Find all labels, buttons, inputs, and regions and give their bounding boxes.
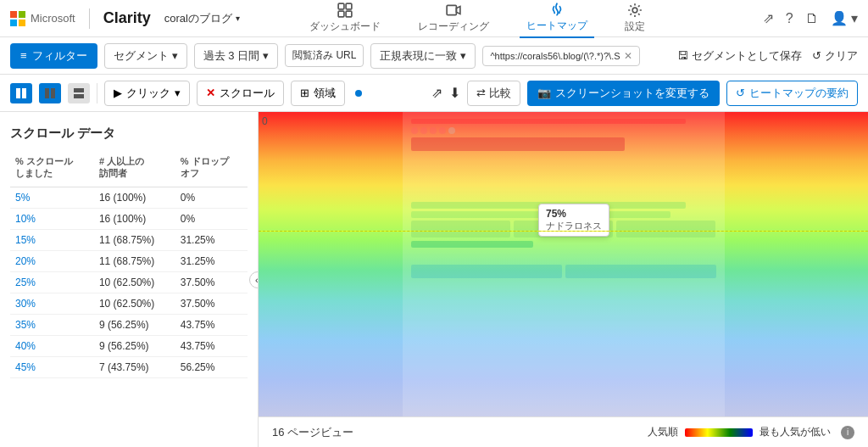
scroll-percent[interactable]: 5%	[10, 187, 94, 208]
compare-icon: ⇄	[476, 87, 486, 99]
scroll-label: スクロール	[220, 86, 275, 101]
legend-gradient	[685, 428, 753, 437]
preview-highlight-rect	[411, 137, 625, 151]
legend-info-icon[interactable]: i	[841, 426, 854, 439]
dashboard-icon	[337, 3, 353, 18]
save-segment-label: セグメントとして保存	[692, 48, 802, 64]
period-button[interactable]: 過去 3 日間 ▾	[194, 43, 278, 69]
segment-button[interactable]: セグメント ▾	[104, 43, 187, 69]
scroll-percent[interactable]: 25%	[10, 271, 94, 293]
info-dot-button[interactable]	[355, 90, 362, 97]
scroll-percent[interactable]: 10%	[10, 208, 94, 229]
heatmap-canvas: 0	[259, 112, 868, 416]
nav-label-recording: レコーディング	[418, 20, 489, 34]
scroll-percent[interactable]: 40%	[10, 335, 94, 356]
click-label: クリック	[126, 86, 170, 101]
table-row: 5% 16 (100%) 0%	[10, 187, 248, 208]
svg-point-5	[632, 8, 637, 13]
visitor-count: 11 (68.75%)	[94, 250, 175, 271]
heatmap-summary-label: ヒートマップの要約	[749, 86, 849, 101]
preview-bottom-cell	[565, 265, 716, 278]
nav-item-recording[interactable]: レコーディング	[411, 0, 496, 37]
view-btn-2[interactable]	[39, 83, 61, 103]
blog-selector[interactable]: coralのブログ ▾	[164, 11, 240, 26]
url-value-text: ^https://corals56\.blog/(\?.*)?\.S	[490, 51, 620, 61]
match-chevron-icon: ▾	[460, 49, 466, 62]
scroll-button[interactable]: ✕ スクロール	[197, 81, 284, 106]
camera-icon: 📷	[537, 87, 551, 99]
scroll-percent[interactable]: 35%	[10, 314, 94, 335]
table-row: 20% 11 (68.75%) 31.25%	[10, 250, 248, 271]
view-btn-3[interactable]	[68, 83, 90, 103]
view-icon-2	[44, 87, 56, 99]
url-close-icon[interactable]: ✕	[624, 50, 632, 62]
refresh-icon: ↺	[736, 87, 745, 99]
save-segment-button[interactable]: 🖫 セグメントとして保存	[677, 48, 802, 64]
preview-grid-cell	[616, 221, 715, 237]
scroll-percent[interactable]: 45%	[10, 356, 94, 377]
visitor-count: 16 (100%)	[94, 208, 175, 229]
filter-button[interactable]: ≡ フィルター	[10, 43, 97, 69]
recording-icon	[446, 3, 461, 18]
question-icon[interactable]: ?	[786, 11, 793, 26]
nav-item-dashboard[interactable]: ダッシュボード	[303, 0, 387, 37]
preview-dot	[430, 127, 437, 134]
scroll-percent[interactable]: 30%	[10, 293, 94, 314]
table-row: 35% 9 (56.25%) 43.75%	[10, 314, 248, 335]
user-icon[interactable]: 👤 ▾	[831, 10, 858, 26]
preview-dot	[420, 127, 427, 134]
heatmap-page-preview	[403, 112, 725, 416]
dropoff-percent: 43.75%	[175, 335, 248, 356]
filter-icon: ≡	[20, 49, 27, 62]
save-segment-icon: 🖫	[677, 49, 688, 62]
svg-rect-2	[338, 11, 344, 17]
heatmap-footer: 16 ページビュー 人気順 最も人気が低い i	[259, 416, 868, 447]
collapse-panel-button[interactable]: «	[249, 271, 259, 288]
col-header-visitors: # 人以上の訪問者	[94, 152, 175, 187]
heatmap-area: 0	[259, 112, 868, 447]
click-icon: ▶	[114, 87, 122, 99]
download-icon[interactable]: ⬇	[449, 85, 460, 101]
visitor-count: 9 (56.25%)	[94, 314, 175, 335]
clear-button[interactable]: ↺ クリア	[812, 48, 858, 64]
nav-item-heatmap[interactable]: ヒートマップ	[520, 0, 594, 38]
export-icon[interactable]: ⇗	[431, 85, 442, 101]
dropoff-percent: 43.75%	[175, 314, 248, 335]
document-icon[interactable]: 🗋	[805, 11, 819, 26]
legend-cold-label: 最も人気が低い	[760, 425, 831, 439]
col-header-dropoff: % ドロップオフ	[175, 152, 248, 187]
view-btn-1[interactable]	[10, 83, 32, 103]
col-header-scroll: % スクロールしました	[10, 152, 94, 187]
heatmap-summary-button[interactable]: ↺ ヒートマップの要約	[726, 81, 858, 106]
table-row: 45% 7 (43.75%) 56.25%	[10, 356, 248, 377]
scroll-percent[interactable]: 20%	[10, 250, 94, 271]
heatmap-icon	[549, 2, 565, 17]
scroll-data-panel: スクロール データ % スクロールしました # 人以上の訪問者 % ドロップオフ…	[0, 112, 259, 447]
compare-button[interactable]: ⇄ 比較	[467, 81, 520, 106]
area-label: 領域	[314, 86, 336, 101]
period-chevron-icon: ▾	[263, 49, 269, 62]
main-content: スクロール データ % スクロールしました # 人以上の訪問者 % ドロップオフ…	[0, 112, 868, 447]
page-views-count: 16 ページビュー	[272, 425, 353, 440]
legend-hot-label: 人気順	[648, 425, 678, 439]
share-icon[interactable]: ⇗	[763, 10, 774, 26]
filter-button-label: フィルター	[32, 48, 87, 64]
dropoff-percent: 31.25%	[175, 250, 248, 271]
nav-item-settings[interactable]: 設定	[618, 0, 652, 37]
visitor-count: 11 (68.75%)	[94, 229, 175, 250]
svg-rect-9	[51, 88, 55, 98]
dropoff-percent: 37.50%	[175, 293, 248, 314]
app-title: Clarity	[103, 9, 151, 27]
nav-label-settings: 設定	[625, 20, 645, 34]
click-button[interactable]: ▶ クリック ▾	[104, 81, 190, 106]
click-chevron-icon: ▾	[175, 87, 181, 99]
period-label: 過去 3 日間	[203, 48, 259, 64]
area-icon: ⊞	[300, 87, 309, 99]
area-button[interactable]: ⊞ 領域	[291, 81, 345, 106]
dropoff-percent: 0%	[175, 208, 248, 229]
match-button[interactable]: 正規表現に一致 ▾	[370, 43, 476, 69]
scroll-tooltip: 75% ナドラロネス	[538, 204, 609, 237]
screenshot-button[interactable]: 📷 スクリーンショットを変更する	[527, 81, 720, 106]
url-value-tag: ^https://corals56\.blog/(\?.*)?\.S ✕	[482, 46, 639, 66]
scroll-percent[interactable]: 15%	[10, 229, 94, 250]
